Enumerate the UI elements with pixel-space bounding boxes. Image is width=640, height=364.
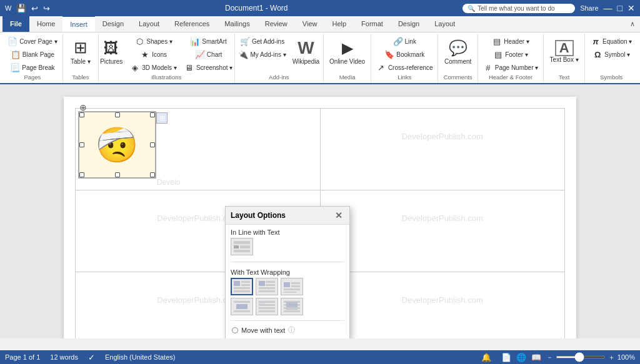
layout-options-btn[interactable]: ⊞ [156,112,168,124]
symbols-label: Symbols [600,74,622,82]
svg-rect-13 [259,290,275,292]
handle-tm[interactable] [115,112,120,117]
close-icon[interactable]: ✕ [628,3,635,13]
watermark-1: Develo [157,178,180,187]
comment-button[interactable]: 💬 Comment [442,35,474,67]
image-container[interactable]: 🤕 ⊞ ⊕ [78,111,156,179]
tab-home[interactable]: Home [29,16,62,32]
top-bar-right: 🔍 Tell me what you want to do Share — □ … [462,3,635,13]
tab-review[interactable]: Review [258,16,295,32]
handle-mr[interactable] [150,142,155,147]
quick-access-toolbar[interactable]: W 💾 ↩ ↪ [5,4,50,13]
svg-rect-15 [291,282,300,284]
svg-rect-10 [266,281,275,283]
page-number-button[interactable]: # Page Number ▾ [481,61,541,74]
my-addins-button[interactable]: 🔌 My Add-ins ▾ [236,48,288,61]
save-icon[interactable]: 💾 [16,4,26,13]
topbottom-icon [232,300,251,313]
tab-design[interactable]: Design [95,16,131,32]
screenshot-label: Screenshot ▾ [196,64,232,71]
tab-view[interactable]: View [295,16,325,32]
undo-icon[interactable]: ↩ [31,4,38,13]
handle-bl[interactable] [79,172,84,177]
ribbon-group-pages: 📄 Cover Page ▾ 📋 Blank Page 📃 Page Break… [2,34,63,83]
handle-tr[interactable] [150,112,155,117]
move-with-text-radio[interactable] [232,327,238,333]
bookmark-button[interactable]: 🔖 Bookmark [374,48,436,61]
table-button[interactable]: ⊞ Table ▾ [67,35,94,67]
watermark-4: DeveloperPublish.com [402,214,483,249]
tab-mailings[interactable]: Mailings [217,16,257,32]
footer-icon: ▤ [493,49,503,59]
popup-close-button[interactable]: ✕ [333,210,344,221]
svg-rect-20 [236,304,248,309]
symbol-button[interactable]: Ω Symbol ▾ [588,48,634,61]
online-video-button[interactable]: ▶ Online Video [327,35,368,67]
pictures-button[interactable]: 🖼 Pictures [98,35,125,67]
wrapping-row-2 [226,298,349,318]
tell-me-placeholder: Tell me what you want to do [478,5,554,12]
ribbon-content: 📄 Cover Page ▾ 📋 Blank Page 📃 Page Break… [0,32,640,84]
svg-rect-31 [284,310,300,312]
inline-icon [232,240,251,253]
redo-icon[interactable]: ↪ [43,4,50,13]
header-label: Header ▾ [504,38,529,45]
tab-layout[interactable]: Layout [131,16,167,32]
layout-behind-option[interactable] [256,298,278,315]
get-addins-button[interactable]: 🛒 Get Add-ins [236,35,288,47]
page-break-button[interactable]: 📃 Page Break [5,61,60,74]
handle-ml[interactable] [79,142,84,147]
equation-button[interactable]: π Equation ▾ [588,35,634,47]
layout-infront-option[interactable] [281,298,303,315]
move-with-text-label: Move with text [241,327,285,334]
layout-topbottom-option[interactable] [231,298,253,315]
tab-layout2[interactable]: Layout [427,16,462,32]
icons-button[interactable]: ★ Icons [128,48,179,61]
tell-me-bar[interactable]: 🔍 Tell me what you want to do [462,4,575,13]
wikipedia-icon: W [296,38,316,58]
grid-cell-4: DeveloperPublish.com [321,190,565,272]
wikipedia-label: Wikipedia [292,58,319,65]
smartart-icon: 📊 [190,36,200,46]
smartart-button[interactable]: 📊 SmartArt [182,35,235,47]
textbox-button[interactable]: A Text Box ▾ [548,35,581,67]
svg-rect-8 [234,290,250,292]
blank-page-button[interactable]: 📋 Blank Page [5,48,60,61]
handle-tl[interactable] [79,112,84,117]
layout-tight-option[interactable] [256,278,278,295]
cross-reference-button[interactable]: ↗ Cross-reference [374,61,436,74]
layout-inline-option[interactable] [231,238,253,255]
addins-col: 🛒 Get Add-ins 🔌 My Add-ins ▾ [236,35,288,61]
minimize-icon[interactable]: — [604,3,612,13]
tab-format[interactable]: Format [354,16,391,32]
tab-file[interactable]: File [2,16,29,32]
chart-label: Chart [207,51,222,58]
header-button[interactable]: ▤ Header ▾ [481,35,541,47]
chart-icon: 📈 [195,49,205,59]
tab-references[interactable]: References [167,16,217,32]
tab-help[interactable]: Help [324,16,354,32]
layout-through-option[interactable] [281,278,303,295]
footer-button[interactable]: ▤ Footer ▾ [481,48,541,61]
page-break-icon: 📃 [10,62,20,72]
restore-icon[interactable]: □ [618,3,622,13]
wikipedia-button[interactable]: W Wikipedia [290,35,322,67]
ribbon-collapse-icon[interactable]: ∧ [625,17,640,31]
tab-insert[interactable]: Insert [62,16,95,32]
hf-col: ▤ Header ▾ ▤ Footer ▾ # Page Number ▾ [481,35,541,74]
3d-models-button[interactable]: ◈ 3D Models ▾ [128,61,179,74]
svg-rect-23 [259,301,275,303]
layout-options-popup: Layout Options ✕ In Line with Text With … [225,206,350,338]
sym-col: π Equation ▾ Ω Symbol ▾ [588,35,634,61]
handle-br[interactable] [150,172,155,177]
cover-page-button[interactable]: 📄 Cover Page ▾ [5,35,60,47]
handle-bm[interactable] [115,172,120,177]
comment-label: Comment [444,58,471,65]
shapes-button[interactable]: ⬡ Shapes ▾ [128,35,179,47]
chart-button[interactable]: 📈 Chart [182,48,235,61]
share-button[interactable]: Share [580,4,598,12]
screenshot-button[interactable]: 🖥 Screenshot ▾ [182,61,235,74]
tab-design2[interactable]: Design [391,16,427,32]
layout-square-option[interactable] [231,278,253,295]
link-button[interactable]: 🔗 Link [374,35,436,47]
